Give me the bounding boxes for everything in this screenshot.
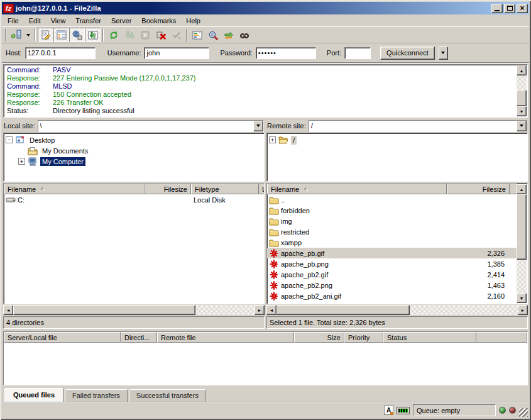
scrollbar-track[interactable] bbox=[410, 305, 518, 315]
process-queue-button[interactable] bbox=[121, 28, 137, 42]
scroll-down-button[interactable]: ▼ bbox=[517, 293, 527, 303]
column-header[interactable]: Size bbox=[294, 332, 344, 343]
tree-expander-icon[interactable]: + bbox=[269, 136, 276, 143]
queue-body[interactable] bbox=[4, 343, 527, 385]
minimize-button[interactable] bbox=[491, 4, 503, 13]
remote-file-row[interactable]: img bbox=[267, 216, 517, 226]
toggle-message-log-button[interactable] bbox=[38, 28, 53, 42]
directory-comparison-button[interactable] bbox=[205, 28, 221, 42]
site-manager-dropdown-button[interactable] bbox=[24, 28, 33, 42]
menu-item[interactable]: Edit bbox=[24, 16, 46, 26]
column-header[interactable]: Filesize bbox=[447, 184, 510, 194]
remote-list-body[interactable]: .. forbidden img restricte bbox=[267, 194, 517, 304]
tree-item[interactable]: My Documents bbox=[4, 145, 263, 156]
maximize-button[interactable] bbox=[504, 4, 515, 13]
remote-vertical-scrollbar[interactable]: ▲ ▼ bbox=[517, 184, 527, 303]
menu-item[interactable]: Server bbox=[106, 16, 136, 26]
tree-item-label[interactable]: Desktop bbox=[28, 136, 57, 145]
column-header[interactable]: Filetype bbox=[191, 184, 259, 194]
scrollbar-thumb[interactable] bbox=[517, 90, 527, 106]
scrollbar-track[interactable] bbox=[517, 75, 527, 90]
menu-item[interactable]: Transfer bbox=[70, 16, 106, 26]
transfer-tab[interactable]: Successful transfers bbox=[129, 389, 206, 402]
remote-file-row[interactable]: apache_pb2.png 1,463 bbox=[267, 280, 517, 290]
tree-item[interactable]: + My Computer bbox=[4, 156, 263, 167]
menu-item[interactable]: View bbox=[46, 16, 71, 26]
reconnect-button[interactable] bbox=[168, 28, 184, 42]
remote-site-input[interactable] bbox=[309, 121, 517, 131]
local-site-dropdown-button[interactable] bbox=[253, 121, 263, 131]
local-site-input[interactable] bbox=[38, 121, 253, 131]
disconnect-button[interactable] bbox=[153, 28, 168, 42]
log-line-text: PASV bbox=[53, 66, 71, 74]
tree-item-label[interactable]: / bbox=[291, 136, 297, 145]
tree-item-label[interactable]: My Computer bbox=[40, 157, 85, 166]
column-header[interactable]: Filename ▲ bbox=[4, 184, 145, 194]
remote-horizontal-scrollbar[interactable]: ◄ ► bbox=[266, 305, 528, 315]
transfer-tab[interactable]: Failed transfers bbox=[65, 389, 128, 402]
menu-item[interactable]: File bbox=[3, 16, 24, 26]
host-input[interactable] bbox=[25, 47, 96, 59]
resize-grip[interactable] bbox=[519, 408, 528, 417]
scroll-down-button[interactable]: ▼ bbox=[517, 106, 527, 116]
transfer-tab[interactable]: Queued files bbox=[4, 388, 63, 402]
tree-item-label[interactable]: My Documents bbox=[40, 146, 90, 155]
quickconnect-button[interactable]: Quickconnect bbox=[380, 47, 435, 60]
remote-file-row[interactable]: apache_pb.png 1,385 bbox=[267, 258, 517, 269]
cancel-operation-button[interactable] bbox=[137, 28, 153, 42]
column-header[interactable]: Server/Local file bbox=[4, 332, 121, 343]
filter-button[interactable] bbox=[189, 28, 205, 42]
menu-item[interactable]: Help bbox=[181, 16, 205, 26]
toggle-transfer-queue-button[interactable] bbox=[85, 28, 101, 42]
quickconnect-dropdown-button[interactable] bbox=[439, 47, 448, 60]
remote-file-row[interactable]: restricted bbox=[267, 226, 517, 237]
column-header[interactable]: Directi... bbox=[121, 332, 157, 343]
remote-file-row[interactable]: .. bbox=[267, 194, 517, 205]
column-header[interactable]: Status bbox=[383, 332, 476, 343]
remote-file-row[interactable]: xampp bbox=[267, 237, 517, 248]
column-header[interactable]: Remote file bbox=[157, 332, 294, 343]
username-input[interactable] bbox=[144, 47, 209, 59]
remote-file-row[interactable]: apache_pb2_ani.gif 2,160 bbox=[267, 290, 517, 301]
remote-site-combo[interactable] bbox=[309, 120, 527, 132]
scroll-up-button[interactable]: ▲ bbox=[517, 65, 527, 75]
scroll-left-button[interactable]: ◄ bbox=[266, 305, 276, 315]
remote-file-row[interactable]: apache_pb2.gif 2,414 bbox=[267, 269, 517, 280]
column-header[interactable]: Filesize bbox=[145, 184, 191, 194]
local-list-body[interactable]: C: Local Disk bbox=[4, 194, 264, 304]
menu-item[interactable]: Bookmarks bbox=[136, 16, 181, 26]
tree-item[interactable]: - Desktop bbox=[4, 135, 263, 145]
remote-site-dropdown-button[interactable] bbox=[517, 121, 527, 131]
message-log-scrollbar[interactable]: ▲ ▼ bbox=[517, 65, 527, 116]
find-button[interactable] bbox=[236, 28, 252, 42]
scrollbar-track[interactable] bbox=[517, 260, 527, 293]
title-bar[interactable]: fz john@127.0.0.1 - FileZilla × bbox=[2, 2, 529, 14]
synchronized-browsing-button[interactable] bbox=[221, 28, 236, 42]
scroll-up-button[interactable]: ▲ bbox=[517, 184, 527, 194]
port-input[interactable] bbox=[344, 47, 371, 59]
scrollbar-thumb[interactable] bbox=[276, 305, 410, 315]
remote-file-row[interactable]: apache_pb.gif 2,326 bbox=[267, 248, 517, 258]
toggle-remote-tree-button[interactable] bbox=[69, 28, 85, 42]
close-button[interactable]: × bbox=[517, 4, 528, 13]
refresh-button[interactable] bbox=[106, 28, 121, 42]
remote-file-row[interactable]: forbidden bbox=[267, 205, 517, 216]
local-site-combo[interactable] bbox=[38, 120, 264, 132]
scrollbar-thumb[interactable] bbox=[13, 305, 195, 315]
column-header[interactable]: Filename ▲ bbox=[267, 184, 447, 194]
scroll-right-button[interactable]: ► bbox=[518, 305, 528, 315]
site-manager-button[interactable] bbox=[8, 28, 24, 42]
column-header[interactable]: Priority bbox=[344, 332, 383, 343]
tree-expander-icon[interactable]: + bbox=[18, 158, 25, 165]
password-input[interactable] bbox=[256, 47, 316, 59]
scroll-right-button[interactable]: ► bbox=[255, 305, 265, 315]
scrollbar-thumb[interactable] bbox=[517, 194, 527, 260]
column-header[interactable]: L bbox=[259, 184, 265, 194]
local-file-row[interactable]: C: Local Disk bbox=[4, 194, 264, 205]
toggle-local-tree-button[interactable] bbox=[53, 28, 69, 42]
scrollbar-track[interactable] bbox=[195, 305, 255, 315]
tree-expander-icon[interactable]: - bbox=[6, 136, 13, 143]
scroll-left-button[interactable]: ◄ bbox=[3, 305, 13, 315]
local-horizontal-scrollbar[interactable]: ◄ ► bbox=[3, 305, 265, 315]
tree-item[interactable]: + / bbox=[268, 135, 527, 145]
